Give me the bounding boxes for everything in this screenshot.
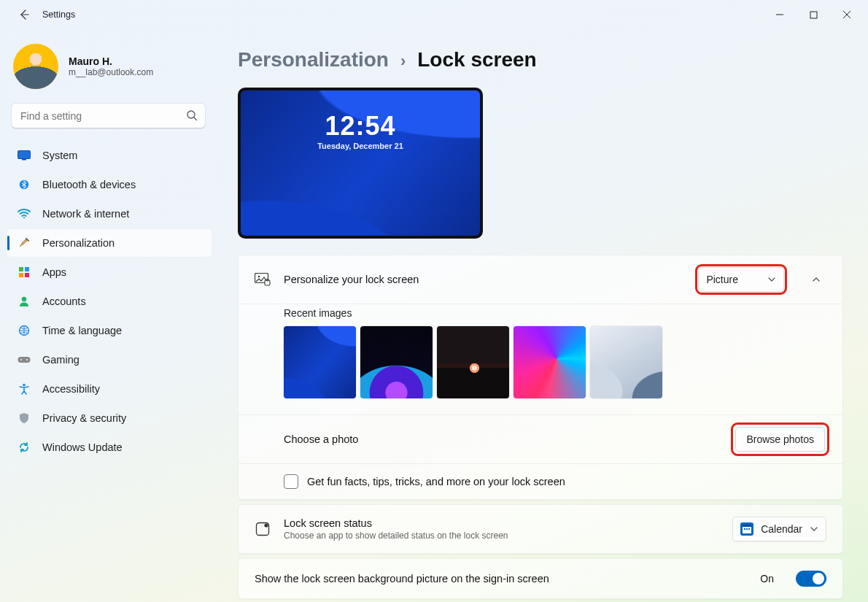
person-icon [18,295,31,308]
profile-email: m__lab@outlook.com [69,67,153,77]
shield-icon [18,412,31,425]
globe-clock-icon [18,324,31,337]
maximize-icon [810,11,818,19]
display-icon [18,149,31,162]
nav-accounts[interactable]: Accounts [7,288,212,315]
breadcrumb-parent[interactable]: Personalization [238,48,389,72]
search-input[interactable] [12,104,205,128]
nav-time-language[interactable]: Time & language [7,317,212,344]
window-controls [763,4,864,26]
sidebar: Mauro H. m__lab@outlook.com System Bluet… [0,29,219,602]
status-app-dropdown[interactable]: Calendar [732,517,826,541]
nav-privacy[interactable]: Privacy & security [7,404,212,432]
breadcrumb: Personalization › Lock screen [238,48,843,72]
bluetooth-icon [18,178,31,191]
nav-label: Personalization [42,237,115,249]
window-title: Settings [42,9,75,20]
svg-rect-8 [19,273,23,277]
nav-label: Bluetooth & devices [42,179,136,190]
recent-image-4[interactable] [514,326,586,398]
main-content: Personalization › Lock screen 12:54 Tues… [219,29,868,602]
svg-rect-23 [743,525,751,527]
notification-icon [255,522,271,536]
nav-network[interactable]: Network & internet [7,200,212,228]
svg-rect-25 [746,528,748,530]
profile-block[interactable]: Mauro H. m__lab@outlook.com [7,38,212,104]
gamepad-icon [18,353,31,366]
arrow-left-icon [18,9,30,20]
minimize-icon [775,10,784,19]
profile-name: Mauro H. [69,55,153,67]
collapse-button[interactable] [806,269,826,290]
svg-rect-6 [19,267,23,271]
svg-rect-12 [18,357,31,363]
browse-photos-button[interactable]: Browse photos [735,427,825,452]
nav: System Bluetooth & devices Network & int… [7,142,212,461]
nav-bluetooth[interactable]: Bluetooth & devices [7,171,212,198]
accessibility-icon [18,382,31,395]
close-icon [842,10,851,19]
status-sub: Choose an app to show detailed status on… [284,530,508,541]
signin-toggle[interactable] [796,571,826,587]
apps-icon [18,266,31,279]
svg-point-17 [258,276,260,278]
svg-rect-0 [810,12,817,18]
nav-label: System [42,150,77,161]
app-shell: Mauro H. m__lab@outlook.com System Bluet… [0,29,868,602]
breadcrumb-current: Lock screen [417,48,536,72]
svg-rect-7 [25,267,29,271]
recent-images-label: Recent images [239,304,842,326]
nav-system[interactable]: System [7,142,212,169]
recent-images-list [239,326,842,414]
titlebar: Settings [0,0,868,29]
update-icon [18,441,31,454]
recent-image-2[interactable] [360,326,433,398]
personalize-card: Personalize your lock screen Picture Rec… [238,255,843,500]
status-row[interactable]: Lock screen status Choose an app to show… [239,505,842,553]
nav-gaming[interactable]: Gaming [7,346,212,374]
nav-label: Network & internet [42,208,129,220]
svg-point-5 [23,217,25,218]
background-type-dropdown[interactable]: Picture [698,267,784,292]
maximize-button[interactable] [797,4,830,26]
nav-label: Gaming [42,354,80,366]
paintbrush-icon [18,236,31,250]
svg-point-13 [20,359,22,360]
svg-rect-3 [22,159,26,161]
preview-time: 12:54 [241,111,480,142]
nav-label: Privacy & security [42,412,126,424]
svg-point-1 [187,111,195,118]
personalize-label: Personalize your lock screen [284,274,419,285]
recent-image-3[interactable] [437,326,509,398]
nav-label: Time & language [42,325,122,336]
svg-rect-24 [744,528,745,530]
chevron-down-icon [810,525,818,533]
chevron-right-icon: › [400,52,406,71]
preview-date: Tuesday, December 21 [241,142,480,150]
svg-point-21 [264,523,268,527]
recent-image-1[interactable] [284,326,356,398]
recent-image-5[interactable] [590,326,662,398]
svg-point-15 [23,384,26,387]
nav-windows-update[interactable]: Windows Update [7,433,212,461]
svg-rect-26 [748,528,750,530]
nav-personalization[interactable]: Personalization [7,229,212,257]
minimize-button[interactable] [763,4,797,26]
chevron-up-icon [812,275,821,284]
signin-row: Show the lock screen background picture … [239,559,842,598]
signin-background-card: Show the lock screen background picture … [238,558,843,599]
toggle-state-label: On [760,573,774,584]
close-button[interactable] [830,4,864,26]
search-box [12,104,205,128]
svg-point-14 [26,359,28,360]
choose-photo-label: Choose a photo [284,433,358,445]
nav-apps[interactable]: Apps [7,258,212,286]
nav-accessibility[interactable]: Accessibility [7,375,212,403]
personalize-header-row: Personalize your lock screen Picture [239,255,842,304]
nav-label: Accounts [42,296,86,307]
svg-rect-2 [18,151,31,159]
choose-photo-row: Choose a photo Browse photos [239,414,842,463]
fun-facts-checkbox[interactable] [284,474,298,489]
back-button[interactable] [12,2,36,27]
svg-rect-9 [25,273,29,277]
